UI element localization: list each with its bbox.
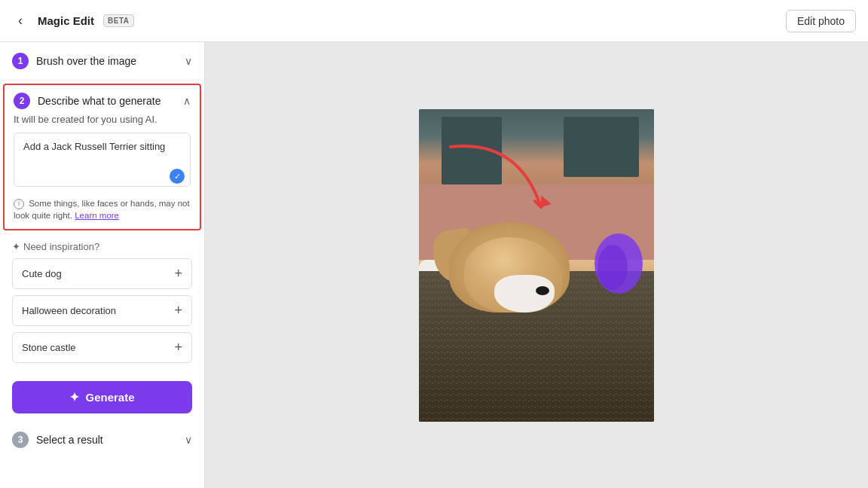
step1-label: Brush over the image (36, 55, 136, 67)
step2-subtitle: It will be created for you using AI. (14, 114, 191, 125)
dog-nose (536, 286, 549, 295)
step2-chevron: ∧ (183, 95, 191, 107)
top-bar: ‹ Magic Edit BETA Edit photo (0, 0, 868, 42)
suggestion-label-halloween: Halloween decoration (22, 305, 116, 316)
step1-item[interactable]: 1 Brush over the image ∨ (0, 42, 204, 81)
step1-chevron: ∨ (185, 55, 192, 67)
suggestion-label-stone-castle: Stone castle (22, 342, 76, 353)
photo-container (419, 109, 654, 422)
need-inspiration: ✦ Need inspiration? (12, 241, 192, 252)
step1-number: 1 (12, 53, 29, 69)
suggestion-item-stone-castle[interactable]: Stone castle + (12, 332, 192, 363)
textarea-wrapper: Add a Jack Russell Terrier sitting ✓ (14, 133, 191, 190)
step2-left: 2 Describe what to generate (14, 93, 160, 109)
suggestion-item-halloween[interactable]: Halloween decoration + (12, 295, 192, 326)
step2-number: 2 (14, 93, 30, 109)
generate-label: Generate (85, 391, 134, 404)
page-title: Magic Edit (38, 14, 94, 27)
purple-brush-stroke (590, 230, 646, 297)
plus-icon-cute-dog: + (174, 266, 182, 282)
suggestion-item-cute-dog[interactable]: Cute dog + (12, 258, 192, 289)
suggestion-label-cute-dog: Cute dog (22, 268, 62, 279)
step3-number: 3 (12, 432, 29, 448)
step3-item[interactable]: 3 Select a result ∨ (0, 421, 204, 459)
plus-icon-halloween: + (174, 303, 182, 319)
warning-text: i Some things, like faces or hands, may … (14, 197, 191, 221)
canvas-area (205, 42, 868, 488)
plus-icon-stone-castle: + (174, 340, 182, 355)
generate-button[interactable]: ✦ Generate (12, 381, 192, 413)
step3-left: 3 Select a result (12, 432, 103, 448)
learn-more-link[interactable]: Learn more (75, 211, 119, 220)
inspiration-label: Need inspiration? (23, 241, 99, 252)
info-icon: i (14, 199, 24, 209)
main-content: 1 Brush over the image ∨ 2 Describe what… (0, 42, 868, 488)
check-icon: ✓ (170, 169, 185, 184)
step3-chevron: ∨ (185, 434, 192, 446)
generate-section: ✦ Generate (0, 374, 204, 421)
sidebar: 1 Brush over the image ∨ 2 Describe what… (0, 42, 205, 488)
step3-label: Select a result (36, 434, 103, 446)
sparkle-icon: ✦ (12, 241, 20, 252)
step1-left: 1 Brush over the image (12, 53, 136, 69)
step2-header: 2 Describe what to generate ∧ (14, 93, 191, 109)
red-arrow (428, 132, 579, 267)
step2-label: Describe what to generate (38, 95, 160, 107)
generate-icon: ✦ (69, 390, 79, 404)
back-button[interactable]: ‹ (12, 10, 29, 32)
prompt-textarea[interactable]: Add a Jack Russell Terrier sitting (14, 133, 191, 187)
edit-photo-button[interactable]: Edit photo (786, 10, 856, 32)
step2-expanded: 2 Describe what to generate ∧ It will be… (3, 84, 201, 230)
svg-point-1 (598, 245, 628, 290)
inspiration-section: ✦ Need inspiration? Cute dog + Halloween… (0, 233, 204, 374)
beta-badge: BETA (103, 14, 133, 27)
